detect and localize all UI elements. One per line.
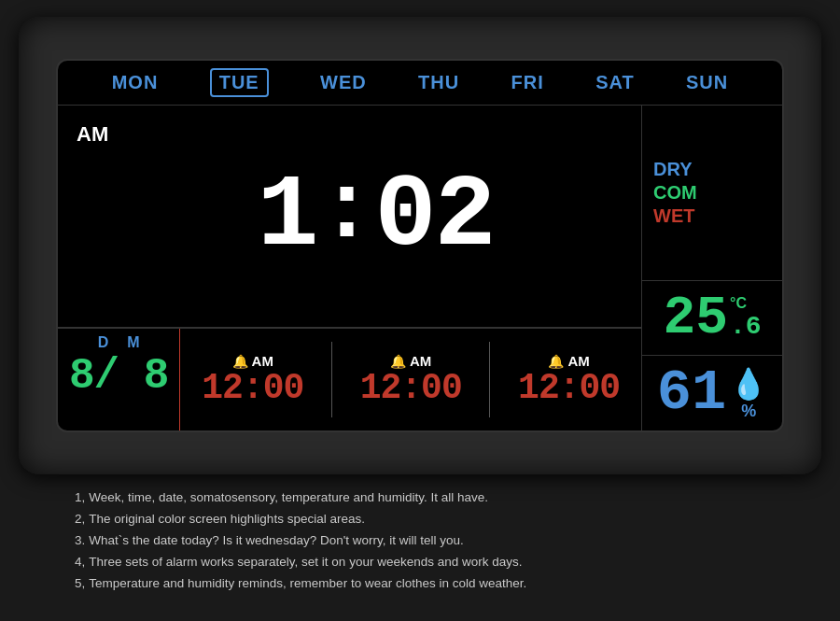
date-section: D M 8/ 8: [58, 329, 180, 430]
alarm-2-period: AM: [410, 353, 431, 369]
right-panel: DRY COM WET 25 °C .6 61 💧 %: [642, 106, 782, 430]
desc-num: 3.: [75, 530, 85, 552]
alarm-sep-2: [489, 342, 490, 417]
alarm-1-header: 🔔 AM: [232, 353, 273, 369]
alarm-sep-1: [331, 342, 332, 417]
comfort-wet: WET: [653, 205, 694, 227]
alarm-1-period: AM: [252, 353, 273, 369]
main-area: AM 1 : 02 D M 8/ 8: [58, 106, 782, 430]
date-value: 8/ 8: [69, 355, 168, 398]
am-label: AM: [77, 106, 108, 147]
clock-outer-frame: MONTUEWEDTHUFRISATSUN AM 1 : 02: [19, 17, 821, 474]
day-mon: MON: [112, 72, 159, 93]
bell-icon-1: 🔔: [232, 354, 248, 369]
month-label: M: [127, 334, 139, 351]
humidity-section: 61 💧 %: [642, 356, 782, 430]
humidity-value: 61: [657, 364, 726, 422]
temperature-section: 25 °C .6: [642, 281, 782, 356]
desc-num: 5,: [75, 573, 85, 595]
comfort-section: DRY COM WET: [642, 106, 782, 281]
temp-decimal: .6: [730, 312, 762, 341]
bell-icon-2: 🔔: [390, 354, 406, 369]
alarm-3-header: 🔔 AM: [548, 353, 589, 369]
humidity-drop-icon: 💧: [730, 366, 767, 402]
time-minute: 02: [375, 165, 495, 268]
description-item: 1,Week, time, date, somatosensory, tempe…: [75, 487, 765, 509]
alarm-2-header: 🔔 AM: [390, 353, 431, 369]
time-colon: :: [319, 165, 373, 268]
humidity-percent: %: [741, 402, 756, 421]
alarm-1-time: 12:00: [202, 371, 303, 406]
bell-icon-3: 🔔: [548, 354, 564, 369]
temp-unit: °C .6: [730, 295, 762, 341]
alarm-1: 🔔 AM 12:00: [202, 353, 303, 406]
day-sat: SAT: [595, 72, 635, 93]
left-panel: AM 1 : 02 D M 8/ 8: [58, 106, 642, 430]
date-labels: D M: [98, 334, 140, 351]
description-item: 4,Three sets of alarm works separately, …: [75, 552, 765, 573]
humidity-icon-wrap: 💧 %: [730, 366, 767, 421]
description-area: 1,Week, time, date, somatosensory, tempe…: [19, 474, 821, 608]
day-wed: WED: [320, 72, 367, 93]
alarm-2-time: 12:00: [360, 371, 462, 406]
desc-text: Week, time, date, somatosensory, tempera…: [89, 487, 488, 509]
desc-text: What`s the date today? Is it wednesday? …: [89, 530, 464, 552]
time-section: AM 1 : 02: [58, 106, 641, 328]
alarm-3-time: 12:00: [518, 371, 620, 406]
temp-celsius: °C: [730, 295, 747, 312]
day-thu: THU: [418, 72, 459, 93]
day-row: MONTUEWEDTHUFRISATSUN: [58, 61, 782, 106]
lcd-time-display: 1 : 02: [119, 165, 632, 268]
alarm-3: 🔔 AM 12:00: [518, 353, 620, 406]
description-item: 3.What`s the date today? Is it wednesday…: [75, 530, 765, 552]
comfort-com: COM: [653, 182, 697, 204]
day-sun: SUN: [686, 72, 728, 93]
day-fri: FRI: [511, 72, 544, 93]
description-item: 5,Temperature and humidity reminds, reme…: [75, 573, 765, 595]
lcd-screen: MONTUEWEDTHUFRISATSUN AM 1 : 02: [56, 59, 784, 432]
time-hour: 1: [258, 165, 317, 268]
desc-text: Temperature and humidity reminds, rememb…: [89, 573, 526, 595]
day-label: D: [98, 334, 109, 351]
temp-value: 25: [663, 291, 728, 346]
desc-num: 1,: [75, 487, 85, 509]
bottom-left: D M 8/ 8 🔔 AM 12:00: [58, 328, 641, 430]
desc-num: 4,: [75, 552, 85, 573]
desc-text: The original color screen highlights spe…: [89, 509, 365, 530]
desc-text: Three sets of alarm works separately, se…: [89, 552, 522, 573]
day-tue: TUE: [210, 68, 269, 97]
alarm-2: 🔔 AM 12:00: [360, 353, 462, 406]
desc-num: 2,: [75, 509, 85, 530]
comfort-dry: DRY: [653, 159, 692, 180]
alarm-3-period: AM: [567, 353, 589, 369]
alarm-section: 🔔 AM 12:00 🔔 AM 12:00: [180, 329, 641, 430]
description-item: 2,The original color screen highlights s…: [75, 509, 765, 530]
